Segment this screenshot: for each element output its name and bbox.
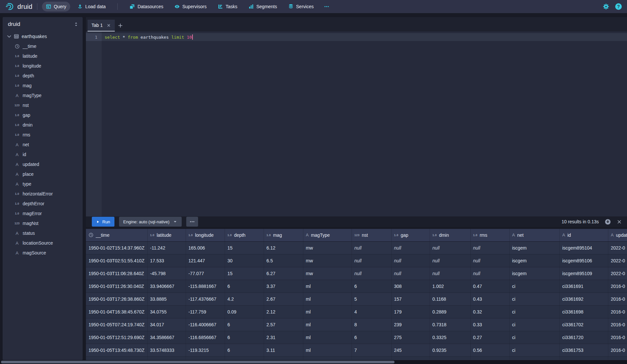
column-header-dmin[interactable]: 1.0dmin — [430, 229, 470, 241]
cell[interactable]: 4 — [352, 305, 391, 318]
cell[interactable]: mw — [303, 241, 352, 254]
cell[interactable]: ci — [509, 331, 559, 344]
settings-gear-icon[interactable] — [603, 3, 609, 10]
datasource-item-earthquakes[interactable]: earthquakes — [3, 31, 83, 41]
nav-item-segments[interactable]: Segments — [245, 2, 281, 11]
cell[interactable]: 1950-01-05T07:24:19.740Z — [86, 318, 147, 331]
cell[interactable]: 1950-01-04T16:38:45.670Z — [86, 305, 147, 318]
cell[interactable]: 1950-01-05T12:51:29.690Z — [86, 331, 147, 344]
engine-select-button[interactable]: Engine: auto (sql-native) — [119, 217, 182, 227]
cell[interactable]: 0.56 — [470, 344, 509, 356]
nav-item-supervisors[interactable]: Supervisors — [171, 2, 211, 11]
cell[interactable]: 2.31 — [264, 331, 303, 344]
column-header-latitude[interactable]: 1.0latitude — [147, 229, 186, 241]
sql-editor[interactable]: 1 select * from earthquakes limit 10 — [86, 31, 627, 216]
nav-item-services[interactable]: Services — [284, 2, 318, 11]
column-item-status[interactable]: Astatus — [3, 228, 83, 238]
cell[interactable]: 6 — [225, 331, 264, 344]
cell[interactable]: 2016-0 — [608, 318, 627, 331]
cell[interactable]: 245 — [391, 344, 430, 356]
cell[interactable]: iscgem — [509, 241, 559, 254]
cell[interactable]: 2022-0 — [608, 254, 627, 267]
druid-logo[interactable]: druid — [5, 2, 32, 11]
cell[interactable]: 6.27 — [264, 267, 303, 280]
cell[interactable]: null — [391, 254, 430, 267]
column-item-latitude[interactable]: 1.0latitude — [3, 51, 83, 61]
cell[interactable]: iscgem — [509, 254, 559, 267]
download-icon[interactable] — [605, 219, 611, 225]
cell[interactable]: ci3361720 — [559, 331, 608, 344]
cell[interactable]: -45.798 — [147, 267, 186, 280]
cell[interactable]: 33.9406667 — [147, 280, 186, 293]
new-tab-plus-icon[interactable] — [115, 20, 126, 31]
cell[interactable]: 0.32 — [470, 305, 509, 318]
cell[interactable]: 3.37 — [264, 280, 303, 293]
cell[interactable]: 6 — [352, 331, 391, 344]
cell[interactable]: 2.67 — [264, 293, 303, 305]
cell[interactable]: 5 — [352, 293, 391, 305]
cell[interactable]: -119.3215 — [186, 344, 225, 356]
cell[interactable]: 34.3586667 — [147, 331, 186, 344]
column-header-rms[interactable]: 1.0rms — [470, 229, 509, 241]
cell[interactable]: 0.1168 — [430, 293, 470, 305]
cell[interactable]: ci — [509, 305, 559, 318]
cell[interactable]: 6 — [225, 318, 264, 331]
cell[interactable]: 6.12 — [264, 241, 303, 254]
cell[interactable]: 6 — [225, 344, 264, 356]
cell[interactable]: null — [352, 254, 391, 267]
cell[interactable]: 121.447 — [186, 254, 225, 267]
cell[interactable]: 6 — [352, 280, 391, 293]
column-item-rms[interactable]: 1.0rms — [3, 130, 83, 140]
column-item-net[interactable]: Anet — [3, 140, 83, 150]
cell[interactable]: 157 — [391, 293, 430, 305]
cell[interactable]: 1950-01-03T11:26:30.040Z — [86, 280, 147, 293]
cell[interactable]: ci — [509, 293, 559, 305]
nav-item-load-data[interactable]: Load data — [73, 2, 110, 11]
cell[interactable]: 308 — [391, 280, 430, 293]
cell[interactable]: ci3361702 — [559, 318, 608, 331]
column-item-longitude[interactable]: 1.0longitude — [3, 61, 83, 71]
column-header-magtype[interactable]: AmagType — [303, 229, 352, 241]
cell[interactable]: iscgem895104 — [559, 241, 608, 254]
cell[interactable]: 7 — [352, 344, 391, 356]
cell[interactable]: iscgem895106 — [559, 254, 608, 267]
cell[interactable]: 15 — [225, 241, 264, 254]
column-item-updated[interactable]: Aupdated — [3, 159, 83, 169]
tab-close-icon[interactable] — [107, 23, 111, 28]
cell[interactable]: 1.002 — [430, 280, 470, 293]
nav-item-query[interactable]: Query — [42, 2, 70, 11]
cell[interactable]: null — [430, 241, 470, 254]
cell[interactable]: 0.3325 — [430, 331, 470, 344]
cell[interactable]: ml — [303, 318, 352, 331]
cell[interactable]: ci3361691 — [559, 280, 608, 293]
column-item-nst[interactable]: 123nst — [3, 100, 83, 110]
nav-item-datasources[interactable]: Datasources — [126, 2, 167, 11]
cell[interactable]: 15 — [225, 267, 264, 280]
column-item-gap[interactable]: 1.0gap — [3, 110, 83, 120]
cell[interactable]: ci3361692 — [559, 293, 608, 305]
cell[interactable]: -77.077 — [186, 267, 225, 280]
column-item-magnst[interactable]: 123magNst — [3, 218, 83, 228]
cell[interactable]: null — [430, 267, 470, 280]
cell[interactable]: -11.242 — [147, 241, 186, 254]
cell[interactable]: -116.6856667 — [186, 331, 225, 344]
nav-item-tasks[interactable]: Tasks — [214, 2, 241, 11]
cell[interactable]: null — [391, 241, 430, 254]
cell[interactable]: 0.7318 — [430, 318, 470, 331]
cell[interactable]: 0.47 — [470, 280, 509, 293]
column-header-mag[interactable]: 1.0mag — [264, 229, 303, 241]
cell[interactable]: null — [352, 241, 391, 254]
cell[interactable]: ci — [509, 318, 559, 331]
cell[interactable]: null — [470, 254, 509, 267]
column-item-horizontalerror[interactable]: 1.0horizontalError — [3, 189, 83, 199]
cell[interactable]: 33.5748333 — [147, 344, 186, 356]
cell[interactable]: iscgem895109 — [559, 267, 608, 280]
column-item-mag[interactable]: 1.0mag — [3, 81, 83, 91]
cell[interactable]: 2022-0 — [608, 267, 627, 280]
column-header-net[interactable]: Anet — [509, 229, 559, 241]
cell[interactable]: -117.759 — [186, 305, 225, 318]
cell[interactable]: 30 — [225, 254, 264, 267]
cell[interactable]: -116.4006667 — [186, 318, 225, 331]
cell[interactable]: 34.017 — [147, 318, 186, 331]
cell[interactable]: 0.9235 — [430, 344, 470, 356]
